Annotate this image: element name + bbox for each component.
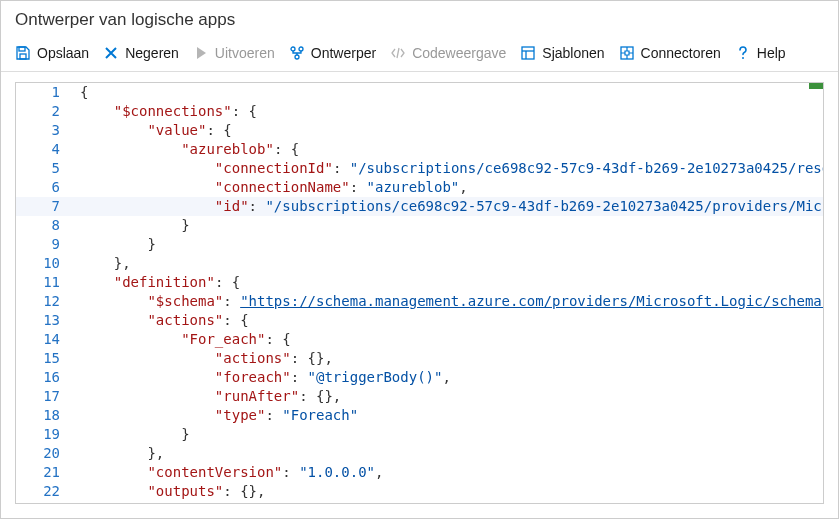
help-icon [735, 45, 751, 61]
help-label: Help [757, 45, 786, 61]
line-number: 3 [16, 121, 74, 140]
connectors-button[interactable]: Connectoren [619, 45, 721, 61]
code-line[interactable]: 15 "actions": {}, [16, 349, 823, 368]
line-number: 17 [16, 387, 74, 406]
code-content: "foreach": "@triggerBody()", [74, 368, 823, 387]
connectors-icon [619, 45, 635, 61]
templates-icon [520, 45, 536, 61]
code-line[interactable]: 18 "type": "Foreach" [16, 406, 823, 425]
line-number: 16 [16, 368, 74, 387]
line-number: 14 [16, 330, 74, 349]
code-content: } [74, 425, 823, 444]
svg-point-3 [299, 47, 303, 51]
help-button[interactable]: Help [735, 45, 786, 61]
line-number: 22 [16, 482, 74, 501]
code-line[interactable]: 1{ [16, 83, 823, 102]
line-number: 21 [16, 463, 74, 482]
code-content: "contentVersion": "1.0.0.0", [74, 463, 823, 482]
code-content: }, [74, 444, 823, 463]
code-content: "actions": {}, [74, 349, 823, 368]
code-content: "definition": { [74, 273, 823, 292]
svg-point-2 [291, 47, 295, 51]
code-line[interactable]: 8 } [16, 216, 823, 235]
svg-rect-5 [522, 47, 534, 59]
discard-icon [103, 45, 119, 61]
line-number: 12 [16, 292, 74, 311]
code-content: "azureblob": { [74, 140, 823, 159]
editor-wrap: 1{2 "$connections": {3 "value": {4 "azur… [1, 72, 838, 518]
code-line[interactable]: 13 "actions": { [16, 311, 823, 330]
discard-button[interactable]: Negeren [103, 45, 179, 61]
code-line[interactable]: 11 "definition": { [16, 273, 823, 292]
svg-rect-1 [20, 54, 26, 59]
line-number: 4 [16, 140, 74, 159]
svg-point-4 [295, 55, 299, 59]
code-line[interactable]: 10 }, [16, 254, 823, 273]
save-icon [15, 45, 31, 61]
line-number: 19 [16, 425, 74, 444]
code-content: "For_each": { [74, 330, 823, 349]
overview-ruler-mark [809, 83, 823, 89]
code-line[interactable]: 17 "runAfter": {}, [16, 387, 823, 406]
line-number: 15 [16, 349, 74, 368]
codeview-icon [390, 45, 406, 61]
code-line[interactable]: 14 "For_each": { [16, 330, 823, 349]
code-line[interactable]: 9 } [16, 235, 823, 254]
designer-button[interactable]: Ontwerper [289, 45, 376, 61]
code-line[interactable]: 21 "contentVersion": "1.0.0.0", [16, 463, 823, 482]
app-window: Ontwerper van logische apps Opslaan Nege… [0, 0, 839, 519]
code-content: { [74, 83, 823, 102]
code-content: "actions": { [74, 311, 823, 330]
save-label: Opslaan [37, 45, 89, 61]
code-content: "outputs": {}, [74, 482, 823, 501]
line-number: 6 [16, 178, 74, 197]
close-button[interactable] [816, 9, 824, 31]
code-content: "$schema": "https://schema.management.az… [74, 292, 823, 311]
code-line[interactable]: 16 "foreach": "@triggerBody()", [16, 368, 823, 387]
code-line[interactable]: 6 "connectionName": "azureblob", [16, 178, 823, 197]
code-line[interactable]: 2 "$connections": { [16, 102, 823, 121]
line-number: 9 [16, 235, 74, 254]
line-number: 1 [16, 83, 74, 102]
line-number: 18 [16, 406, 74, 425]
line-number: 5 [16, 159, 74, 178]
run-button: Uitvoeren [193, 45, 275, 61]
templates-label: Sjablonen [542, 45, 604, 61]
svg-rect-0 [19, 47, 25, 51]
line-number: 13 [16, 311, 74, 330]
save-button[interactable]: Opslaan [15, 45, 89, 61]
titlebar: Ontwerper van logische apps [1, 1, 838, 37]
templates-button[interactable]: Sjablonen [520, 45, 604, 61]
svg-point-9 [742, 57, 744, 59]
code-line[interactable]: 4 "azureblob": { [16, 140, 823, 159]
code-content: } [74, 235, 823, 254]
toolbar: Opslaan Negeren Uitvoeren Ontwerper Code… [1, 37, 838, 72]
line-number: 10 [16, 254, 74, 273]
code-line[interactable]: 20 }, [16, 444, 823, 463]
line-number: 2 [16, 102, 74, 121]
window-title: Ontwerper van logische apps [15, 10, 235, 30]
connectors-label: Connectoren [641, 45, 721, 61]
code-content: "value": { [74, 121, 823, 140]
codeview-button: Codeweergave [390, 45, 506, 61]
line-number: 8 [16, 216, 74, 235]
code-line[interactable]: 12 "$schema": "https://schema.management… [16, 292, 823, 311]
code-lines: 1{2 "$connections": {3 "value": {4 "azur… [16, 83, 823, 501]
code-content: "connectionId": "/subscriptions/ce698c92… [74, 159, 823, 178]
code-content: "type": "Foreach" [74, 406, 823, 425]
code-line[interactable]: 19 } [16, 425, 823, 444]
code-editor[interactable]: 1{2 "$connections": {3 "value": {4 "azur… [15, 82, 824, 504]
designer-label: Ontwerper [311, 45, 376, 61]
code-line[interactable]: 22 "outputs": {}, [16, 482, 823, 501]
code-line[interactable]: 5 "connectionId": "/subscriptions/ce698c… [16, 159, 823, 178]
codeview-label: Codeweergave [412, 45, 506, 61]
discard-label: Negeren [125, 45, 179, 61]
run-icon [193, 45, 209, 61]
code-content: "id": "/subscriptions/ce698c92-57c9-43df… [74, 197, 823, 216]
line-number: 7 [16, 197, 74, 216]
code-content: "$connections": { [74, 102, 823, 121]
code-line[interactable]: 3 "value": { [16, 121, 823, 140]
code-line[interactable]: 7 "id": "/subscriptions/ce698c92-57c9-43… [16, 197, 823, 216]
designer-icon [289, 45, 305, 61]
code-content: }, [74, 254, 823, 273]
